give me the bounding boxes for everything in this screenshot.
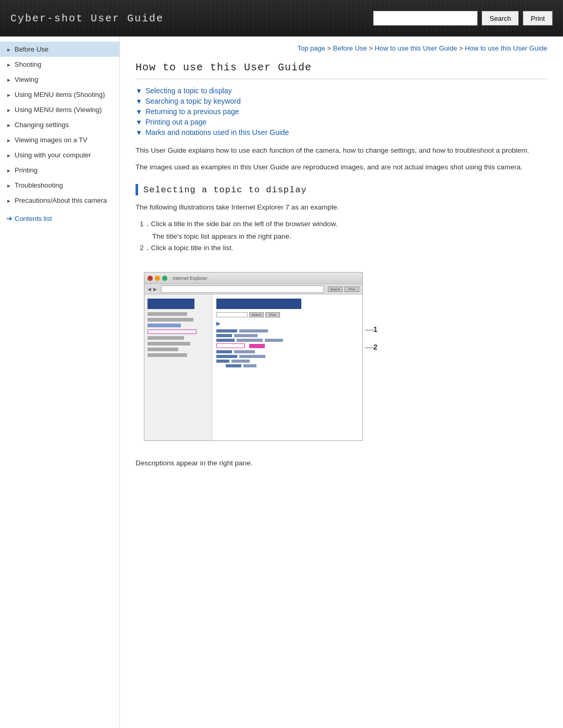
chevron-right-icon: ► [6, 107, 11, 113]
mock-bar [216, 339, 235, 342]
maximize-btn-icon [162, 276, 167, 281]
browser-title-text: Internet Explorer [173, 276, 207, 281]
sidebar-item-label: Using MENU items (Viewing) [15, 106, 102, 114]
mock-sidebar-item [148, 318, 193, 322]
chevron-right-icon: ► [6, 122, 11, 128]
section-1-outro: Descriptions appear in the right pane. [136, 458, 547, 469]
mock-sidebar-item [148, 342, 190, 346]
breadcrumb-before-use[interactable]: Before Use [333, 44, 367, 52]
arrow-right-icon: ➔ [6, 214, 13, 223]
toc-link-searching[interactable]: Searching a topic by keyword [145, 97, 241, 105]
forward-icon: ▶ [153, 287, 157, 292]
browser-screenshot: Internet Explorer ◀ ▶ Search Print [140, 264, 363, 449]
mock-bar [234, 334, 258, 337]
mock-content-row [216, 350, 358, 353]
toc-link-selecting[interactable]: Selecting a topic to display [145, 87, 232, 95]
sidebar-item-before-use[interactable]: ► Before Use [0, 42, 119, 57]
chevron-right-icon: ► [6, 153, 11, 158]
mock-content-row-callout2 [216, 343, 358, 348]
mock-content-row [216, 355, 358, 358]
search-input[interactable] [373, 11, 478, 26]
mock-bar [216, 350, 232, 353]
sidebar-item-changing-settings[interactable]: ► Changing settings [0, 117, 119, 132]
toc-link-marks[interactable]: Marks and notations used in this User Gu… [145, 128, 289, 137]
toc-link-printing[interactable]: Printing out a page [145, 118, 207, 126]
sidebar-item-menu-shooting[interactable]: ► Using MENU items (Shooting) [0, 87, 119, 102]
header: Cyber-shot User Guide Search Print [0, 0, 563, 36]
sidebar-item-label: Changing settings [15, 121, 69, 129]
chevron-right-icon: ► [6, 77, 11, 82]
sidebar-item-printing[interactable]: ► Printing [0, 163, 119, 178]
mock-highlight-bar [249, 344, 265, 348]
back-icon: ◀ [148, 287, 151, 292]
section-bar-icon [136, 184, 138, 195]
mock-sidebar-item [148, 312, 187, 316]
callout-1: 1 [373, 325, 377, 334]
mock-sidebar-selected [148, 329, 197, 334]
sidebar-item-precautions[interactable]: ► Precautions/About this camera [0, 193, 119, 208]
browser-body: Search Print ▶ [144, 294, 362, 440]
breadcrumb-current[interactable]: How to use this User Guide [465, 44, 547, 52]
breadcrumb-sep2: > [369, 44, 374, 52]
mock-bar [239, 329, 268, 332]
sidebar-item-menu-viewing[interactable]: ► Using MENU items (Viewing) [0, 102, 119, 117]
sidebar-item-label: Shooting [15, 60, 41, 68]
breadcrumb-how-to-use[interactable]: How to use this User Guide [375, 44, 457, 52]
mock-bar [216, 329, 237, 332]
mock-search-btn: Search [249, 312, 264, 317]
mock-bar [239, 355, 265, 358]
toc-link-returning[interactable]: Returning to a previous page [145, 107, 239, 116]
header-controls: Search Print [373, 11, 553, 26]
mock-selected-item [216, 343, 245, 348]
sidebar: ► Before Use ► Shooting ► Viewing ► Usin… [0, 36, 120, 728]
mock-bar [234, 350, 255, 353]
print-button[interactable]: Print [523, 11, 553, 26]
sidebar-item-label: Viewing images on a TV [15, 136, 88, 144]
browser-mockup-inner: Internet Explorer ◀ ▶ Search Print [144, 272, 363, 441]
mock-sidebar-header [148, 299, 194, 309]
mock-sidebar-item [148, 348, 178, 351]
mock-content-arrow: ▶ [216, 320, 358, 326]
triangle-down-icon: ▼ [136, 118, 142, 126]
chevron-right-icon: ► [6, 198, 11, 203]
mock-content-row [216, 334, 358, 337]
mock-content-row [216, 364, 358, 367]
chevron-right-icon: ► [6, 138, 11, 143]
chevron-right-icon: ► [6, 62, 11, 67]
sidebar-item-viewing[interactable]: ► Viewing [0, 72, 119, 87]
sidebar-item-label: Using MENU items (Shooting) [15, 91, 105, 98]
site-title: Cyber-shot User Guide [10, 13, 164, 24]
mock-print-btn: Print [265, 312, 280, 317]
breadcrumb: Top page > Before Use > How to use this … [136, 44, 547, 52]
contents-link-label: Contents list [15, 215, 52, 223]
step-2: 2．Click a topic title in the list. [140, 242, 547, 254]
callout-line-1 [365, 330, 374, 330]
sidebar-item-label: Before Use [15, 45, 48, 53]
mock-sidebar-item-active [148, 324, 181, 327]
toc-item-2: ▼ Searching a topic by keyword [136, 97, 547, 105]
sidebar-item-computer[interactable]: ► Using with your computer [0, 147, 119, 163]
body-text-2: The images used as examples in this User… [136, 162, 547, 173]
triangle-down-icon: ▼ [136, 108, 142, 116]
page-title: How to use this User Guide [136, 61, 547, 79]
mock-bar [216, 355, 237, 358]
mock-bar [216, 360, 229, 363]
toc-item-3: ▼ Returning to a previous page [136, 107, 547, 116]
contents-list-link[interactable]: ➔ Contents list [0, 208, 119, 229]
section-1-heading: Selecting a topic to display [136, 184, 547, 195]
chevron-right-icon: ► [6, 92, 11, 97]
sidebar-item-viewing-tv[interactable]: ► Viewing images on a TV [0, 132, 119, 147]
sidebar-item-troubleshooting[interactable]: ► Troubleshooting [0, 178, 119, 193]
sidebar-item-label: Printing [15, 166, 38, 174]
browser-toolbar: ◀ ▶ Search Print [144, 284, 362, 294]
mock-bar [226, 364, 241, 367]
sidebar-item-label: Precautions/About this camera [15, 196, 107, 204]
mock-content-row [216, 360, 358, 363]
sidebar-item-label: Troubleshooting [15, 181, 63, 189]
body-text-1: This User Guide explains how to use each… [136, 145, 547, 156]
search-button[interactable]: Search [482, 11, 519, 26]
browser-search-btn: Search [328, 287, 342, 292]
sidebar-item-shooting[interactable]: ► Shooting [0, 57, 119, 72]
minimize-btn-icon [155, 276, 160, 281]
breadcrumb-top[interactable]: Top page [297, 44, 325, 52]
